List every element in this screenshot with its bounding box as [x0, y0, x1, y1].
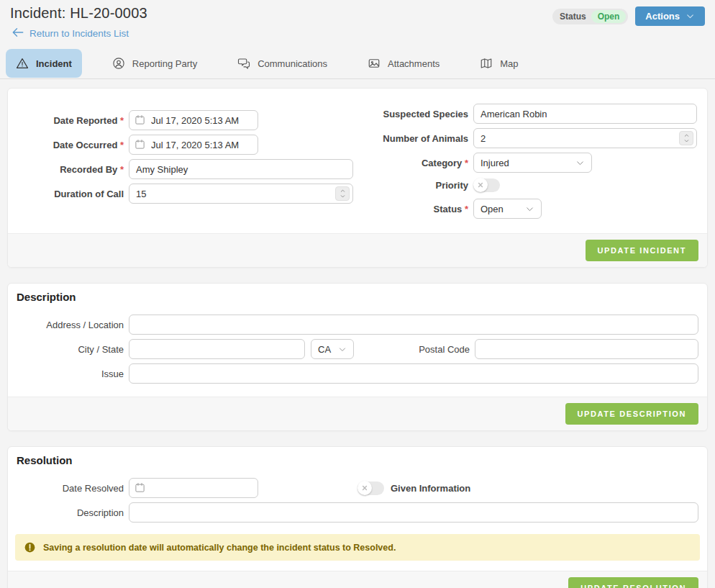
state-select-value: CA — [318, 344, 331, 355]
tab-label: Communications — [258, 58, 327, 69]
category-label: Category — [358, 158, 473, 168]
issue-row: Issue — [17, 363, 698, 384]
date-reported-input[interactable] — [129, 110, 258, 130]
priority-toggle[interactable] — [473, 178, 500, 192]
resolution-notice: Saving a resolution date will automatica… — [15, 534, 700, 561]
recorded-by-label: Recorded By — [17, 164, 129, 175]
page-title: Incident: HL-20-0003 — [10, 5, 147, 22]
suspected-species-input[interactable] — [473, 104, 697, 124]
number-of-animals-label: Number of Animals — [358, 133, 473, 144]
chat-bubbles-icon — [237, 57, 250, 70]
category-select-value: Injured — [481, 158, 509, 168]
tab-label: Reporting Party — [132, 58, 197, 69]
date-reported-row: Date Reported — [17, 110, 358, 130]
actions-button-label: Actions — [645, 11, 680, 22]
recorded-by-input[interactable] — [129, 159, 353, 179]
update-incident-button[interactable]: UPDATE INCIDENT — [586, 240, 698, 261]
status-badge-label: Status — [560, 12, 586, 22]
person-circle-icon — [112, 57, 125, 70]
date-occurred-row: Date Occurred — [17, 135, 358, 155]
category-select[interactable]: Injured — [473, 153, 592, 173]
recorded-by-row: Recorded By — [17, 159, 358, 179]
category-row: Category Injured — [358, 153, 698, 173]
duration-of-call-row: Duration of Call — [17, 184, 358, 204]
chevron-down-icon — [525, 204, 534, 214]
number-stepper-icon[interactable] — [335, 186, 350, 201]
image-icon — [368, 57, 381, 70]
resolution-description-label: Description — [17, 507, 129, 518]
duration-of-call-label: Duration of Call — [17, 189, 129, 199]
suspected-species-row: Suspected Species — [358, 104, 698, 124]
chevron-down-icon — [575, 158, 585, 168]
priority-row: Priority — [358, 177, 698, 193]
toggle-off-icon — [473, 178, 488, 192]
back-link-label: Return to Incidents List — [29, 28, 129, 39]
given-information-toggle[interactable] — [358, 481, 384, 495]
date-resolved-label: Date Resolved — [17, 483, 129, 494]
resolution-description-input[interactable] — [129, 502, 698, 523]
issue-input[interactable] — [129, 363, 698, 384]
map-icon — [480, 57, 493, 70]
resolution-notice-text: Saving a resolution date will automatica… — [43, 543, 396, 553]
description-heading: Description — [8, 284, 707, 304]
city-input[interactable] — [129, 339, 305, 359]
tab-reporting-party[interactable]: Reporting Party — [102, 49, 207, 78]
city-state-label: City / State — [17, 344, 129, 355]
incident-card-footer: UPDATE INCIDENT — [8, 233, 707, 267]
update-resolution-button[interactable]: UPDATE RESOLUTION — [568, 577, 698, 588]
description-card-footer: UPDATE DESCRIPTION — [8, 397, 707, 430]
resolution-description-row: Description — [17, 502, 698, 523]
address-location-row: Address / Location — [17, 315, 698, 335]
resolution-card-footer: UPDATE RESOLUTION — [8, 571, 707, 588]
warning-triangle-icon — [16, 57, 29, 70]
date-resolved-row: Date Resolved Given Information — [17, 478, 698, 498]
status-select[interactable]: Open — [473, 199, 542, 219]
status-label: Status — [358, 204, 473, 214]
resolution-card: Resolution Date Resolved Given Informati… — [7, 446, 708, 588]
incident-card: Date Reported Date Occurred — [7, 88, 708, 268]
status-select-value: Open — [481, 204, 504, 214]
given-information-label: Given Information — [391, 483, 470, 494]
postal-code-label: Postal Code — [354, 344, 475, 355]
status-badge: Status Open — [552, 9, 628, 24]
resolution-heading: Resolution — [8, 447, 707, 468]
tab-attachments[interactable]: Attachments — [358, 49, 450, 78]
tab-communications[interactable]: Communications — [227, 49, 337, 78]
city-state-row: City / State CA Postal Code — [17, 339, 698, 359]
toggle-off-icon — [358, 481, 372, 495]
state-select[interactable]: CA — [311, 339, 354, 359]
date-occurred-label: Date Occurred — [17, 140, 129, 150]
return-to-incidents-link[interactable]: Return to Incidents List — [12, 27, 129, 40]
priority-label: Priority — [358, 180, 473, 191]
date-reported-label: Date Reported — [17, 115, 129, 126]
duration-of-call-input[interactable] — [129, 184, 353, 204]
tab-map[interactable]: Map — [470, 49, 528, 78]
tab-label: Map — [500, 58, 518, 69]
suspected-species-label: Suspected Species — [358, 109, 473, 119]
tab-bar: Incident Reporting Party Communications … — [0, 49, 715, 79]
address-location-label: Address / Location — [17, 320, 129, 330]
tab-incident[interactable]: Incident — [6, 49, 82, 78]
issue-label: Issue — [17, 368, 129, 379]
alert-circle-icon — [24, 542, 35, 553]
tab-label: Attachments — [388, 58, 440, 69]
tab-label: Incident — [36, 58, 72, 69]
date-resolved-input[interactable] — [129, 478, 258, 498]
postal-code-input[interactable] — [475, 339, 698, 359]
arrow-left-icon — [12, 27, 24, 40]
number-of-animals-input[interactable] — [473, 128, 697, 148]
actions-button[interactable]: Actions — [635, 6, 705, 26]
number-of-animals-row: Number of Animals — [358, 128, 698, 148]
address-location-input[interactable] — [129, 315, 698, 335]
date-occurred-input[interactable] — [129, 135, 258, 155]
chevron-down-icon — [338, 345, 347, 354]
status-badge-value: Open — [591, 10, 627, 23]
number-stepper-icon[interactable] — [679, 131, 693, 145]
chevron-down-icon — [686, 12, 695, 21]
update-description-button[interactable]: UPDATE DESCRIPTION — [565, 403, 698, 425]
page-header: Incident: HL-20-0003 Return to Incidents… — [0, 0, 715, 40]
status-row: Status Open — [358, 199, 698, 219]
description-card: Description Address / Location City / St… — [7, 283, 708, 431]
